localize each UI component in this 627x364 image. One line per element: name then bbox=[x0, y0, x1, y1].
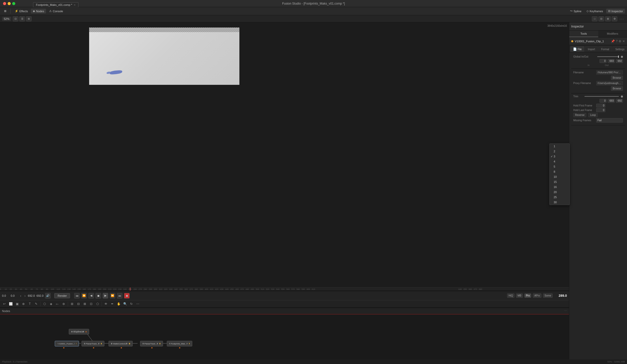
audio-button[interactable]: 🔊 bbox=[45, 293, 51, 299]
bezier-tool[interactable]: ◈ bbox=[48, 301, 54, 307]
undo-button[interactable]: ↩ bbox=[2, 301, 7, 307]
menu-item-30[interactable]: 30 bbox=[550, 200, 569, 205]
record-button[interactable]: ⏺ bbox=[124, 293, 130, 299]
playhead[interactable] bbox=[130, 288, 130, 291]
loop-button[interactable]: Loop bbox=[588, 113, 597, 117]
zoom-value[interactable]: 52% bbox=[2, 17, 11, 21]
viewer[interactable]: 3840x2160xInt16 bbox=[0, 22, 569, 287]
step-back-button[interactable]: ⏪ bbox=[81, 293, 87, 299]
particle-tool[interactable]: ⊛ bbox=[61, 301, 66, 307]
global-width-val[interactable]: 692 bbox=[616, 59, 623, 63]
close-button[interactable] bbox=[3, 2, 6, 5]
render-button[interactable]: Render bbox=[54, 293, 70, 298]
effects-button[interactable]: ⚡ Effects bbox=[13, 9, 30, 14]
insp-settings-button[interactable]: ⚙ bbox=[619, 39, 621, 43]
aprx-button[interactable]: APrx bbox=[533, 293, 541, 298]
some-button[interactable]: Some bbox=[543, 293, 553, 298]
switch-tool[interactable]: ⊠ bbox=[82, 301, 88, 307]
node-planartrack2[interactable]: PlanarTrack... bbox=[140, 341, 163, 346]
tab-tools[interactable]: Tools bbox=[569, 31, 598, 37]
viewer-layout-3[interactable]: ⊞ bbox=[605, 16, 611, 21]
node-footprints[interactable]: Footprints_Mak... bbox=[167, 341, 192, 346]
reverse-play-button[interactable]: ◀ bbox=[88, 293, 94, 299]
prev-frame-button[interactable]: ‹ bbox=[19, 293, 22, 298]
tab-modifiers[interactable]: Modifiers bbox=[598, 31, 627, 37]
sub-tab-file[interactable]: 📄 File bbox=[570, 46, 584, 52]
zoom-tool[interactable]: 🔍 bbox=[122, 301, 128, 307]
stop-button[interactable]: ⏹ bbox=[96, 293, 101, 299]
hold-first-frame-val[interactable]: 0 bbox=[596, 104, 605, 107]
node-v10001[interactable]: V10001_Fusion... bbox=[55, 341, 79, 346]
insp-close-button[interactable]: ✕ bbox=[622, 39, 625, 43]
viewer-settings-button[interactable]: ⚙ bbox=[612, 16, 617, 21]
poly-select-tool[interactable]: ⬡ bbox=[42, 301, 47, 307]
trim-slider[interactable] bbox=[584, 96, 619, 97]
mb-button[interactable]: MB bbox=[516, 293, 523, 298]
viewer-layout-1[interactable]: □ bbox=[592, 16, 597, 21]
global-in-val[interactable]: 0 bbox=[599, 59, 607, 63]
sub-tab-import[interactable]: Import bbox=[585, 46, 598, 52]
insp-help-button[interactable]: ? bbox=[616, 39, 618, 43]
nodes-more-button[interactable]: ⋯ bbox=[564, 309, 567, 313]
nodes-canvas[interactable]: BSpline1 V10001_Fusion... PlanarTrack... bbox=[0, 314, 569, 364]
transform-tool[interactable]: ⊕ bbox=[21, 301, 26, 307]
go-to-start-button[interactable]: ⏮ bbox=[74, 293, 80, 299]
menu-item-3[interactable]: 3 bbox=[550, 154, 569, 159]
missing-frames-select[interactable]: Fail Black Hold bbox=[596, 118, 623, 123]
browse-button[interactable]: Browse bbox=[611, 76, 623, 80]
proxy-browse-button[interactable]: Browse bbox=[611, 86, 623, 91]
global-out-val[interactable]: 693 bbox=[608, 59, 615, 63]
menu-item-16[interactable]: 16 bbox=[550, 184, 569, 190]
sub-tab-settings[interactable]: Settings bbox=[612, 46, 627, 52]
trim-out-val[interactable]: 693 bbox=[608, 99, 615, 103]
hold-last-frame-val[interactable]: 0 bbox=[596, 108, 605, 112]
layout-icon[interactable]: ⊞ bbox=[2, 9, 8, 14]
maximize-button[interactable] bbox=[12, 2, 15, 5]
copy-tool[interactable]: ⊞ bbox=[69, 301, 75, 307]
node-planartrack1[interactable]: PlanarTrack... bbox=[81, 341, 104, 346]
menu-item-4[interactable]: 4 bbox=[550, 159, 569, 164]
global-slider[interactable] bbox=[597, 56, 619, 57]
viewer-layout-2[interactable]: ⊟ bbox=[598, 16, 604, 21]
select-tool[interactable]: ⬜ bbox=[8, 301, 13, 307]
node-bspline1[interactable]: BSpline1 bbox=[69, 329, 89, 334]
poly-tool[interactable]: ⬠ bbox=[95, 301, 100, 307]
trim-width-val[interactable]: 692 bbox=[616, 99, 623, 103]
sub-tab-format[interactable]: Format bbox=[598, 46, 612, 52]
go-to-end-button[interactable]: ⏭ bbox=[117, 293, 122, 299]
minimize-button[interactable] bbox=[8, 2, 11, 5]
menu-item-15[interactable]: 15 bbox=[550, 179, 569, 184]
zoom-fit-button[interactable]: ⊡ bbox=[13, 16, 18, 21]
merge-tool[interactable]: ⊟ bbox=[76, 301, 81, 307]
hiq-button[interactable]: HiQ bbox=[507, 293, 514, 298]
menu-item-5[interactable]: 5 bbox=[550, 164, 569, 169]
inspector-button[interactable]: ⊟ Inspector bbox=[606, 9, 625, 14]
menu-item-2[interactable]: 2 bbox=[550, 149, 569, 154]
node-mattecontrol1[interactable]: MatteControl1 bbox=[108, 341, 133, 346]
timeline-ruler[interactable]: 0 10 20 30 40 50 60 70 80 90 100 110 120… bbox=[0, 287, 569, 291]
menu-item-1[interactable]: 1 bbox=[550, 144, 569, 149]
text-tool[interactable]: T bbox=[27, 301, 33, 307]
menu-item-10[interactable]: 10 bbox=[550, 174, 569, 179]
menu-item-20[interactable]: 20 bbox=[550, 190, 569, 195]
rotate-tool[interactable]: ↻ bbox=[129, 301, 134, 307]
step-forward-button[interactable]: ⏩ bbox=[110, 293, 115, 299]
reverse-button[interactable]: Reverse bbox=[573, 113, 586, 117]
menu-item-25[interactable]: 25 bbox=[550, 195, 569, 200]
nodes-button[interactable]: ◈ Nodes bbox=[31, 9, 46, 14]
hand-tool[interactable]: ✋ bbox=[116, 301, 121, 307]
view-options-button[interactable]: ☰ bbox=[19, 16, 25, 21]
console-button[interactable]: ⚠ Console bbox=[47, 9, 65, 14]
view-mode-button[interactable]: ⊞ bbox=[26, 16, 32, 21]
mask-tool[interactable]: ⊡ bbox=[88, 301, 94, 307]
spline-button[interactable]: 〜 Spline bbox=[568, 8, 584, 14]
keyframes-button[interactable]: ◇ Keyframes bbox=[584, 9, 605, 14]
bspline-tool[interactable]: ⟜ bbox=[54, 301, 60, 307]
editor-tab[interactable]: Footprints_Maks_v01.comp * ✕ bbox=[33, 2, 78, 7]
menu-item-8[interactable]: 8 bbox=[550, 169, 569, 174]
tab-close-icon[interactable]: ✕ bbox=[74, 4, 76, 6]
crop-tool[interactable]: ▣ bbox=[14, 301, 20, 307]
view-tool[interactable]: 👁 bbox=[103, 301, 109, 307]
play-button[interactable]: ▶ bbox=[103, 293, 108, 299]
more-tools-button[interactable]: ⋯ bbox=[135, 301, 141, 307]
